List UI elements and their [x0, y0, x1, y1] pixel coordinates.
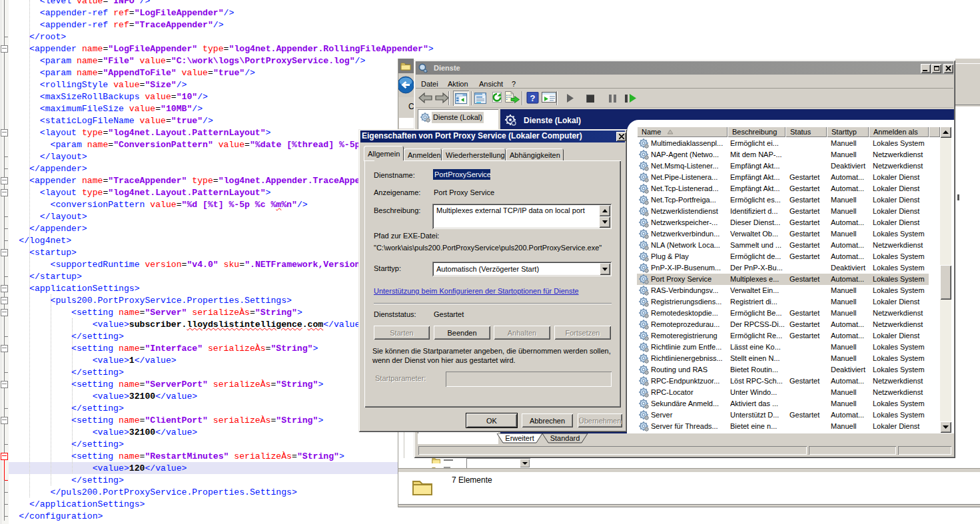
svg-text:?: ? — [530, 93, 536, 103]
svg-text:Standard: Standard — [550, 434, 580, 442]
svg-text:Erweitert: Erweitert — [505, 434, 534, 442]
